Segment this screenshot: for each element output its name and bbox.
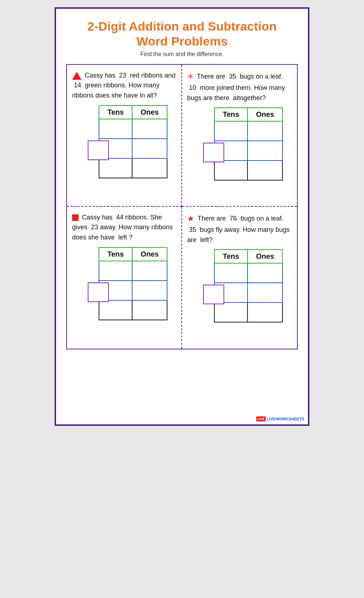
tens-header: Tens [99,106,132,119]
subtitle: Find the sum and the difference. [66,51,298,58]
table-4-outer: Tens Ones [203,249,276,320]
ones-header: Ones [248,108,282,121]
place-value-table-2: Tens Ones [214,107,283,181]
table-1-wrap: Tens Ones [72,105,176,176]
place-value-table-4: Tens Ones [214,249,283,322]
tens-header: Tens [214,108,248,121]
purple-ext-1 [88,140,109,160]
table-3-wrap: Tens Ones [72,247,176,318]
quadrant-1: Cassy has 23 red ribbons and 14 green ri… [67,65,182,207]
ones-header: Ones [248,250,282,263]
cell[interactable] [248,283,282,302]
table-1-outer: Tens Ones [88,105,161,176]
liveworksheets-logo: LIVE LIVEWORKSHEETS [256,416,304,421]
cell[interactable] [248,141,282,161]
cell[interactable] [248,263,282,283]
cell[interactable] [99,158,132,178]
table-4-wrap: Tens Ones [187,249,292,320]
place-value-table-1: Tens Ones [99,105,167,178]
quadrant-grid: Cassy has 23 red ribbons and 14 green ri… [66,64,298,349]
table-2-outer: Tens Ones [203,107,276,178]
purple-ext-4 [203,285,224,304]
logo-badge: LIVE [256,416,266,421]
cell[interactable] [248,302,282,322]
cell[interactable] [99,119,132,139]
purple-ext-2 [203,143,224,162]
quadrant-2: ✳ There are 35 bugs on a leaf. 10 more j… [182,65,297,207]
cell[interactable] [132,139,167,158]
cell[interactable] [132,119,167,139]
purple-ext-3 [88,282,109,302]
logo-text: LIVEWORKSHEETS [267,417,304,421]
tens-header: Tens [99,247,132,261]
title-line1: 2-Digit Addition and Subtraction [66,19,298,34]
problem-2-text: ✳ There are 35 bugs on a leaf. 10 more j… [187,71,292,103]
quadrant-4: ★ There are 76 bugs on a leaf. 35 bugs f… [182,207,297,349]
ones-header: Ones [132,247,167,261]
cell[interactable] [132,261,167,281]
square-icon [72,214,79,221]
cell[interactable] [248,161,282,180]
cell[interactable] [99,300,132,320]
tens-header: Tens [214,250,248,263]
table-3-outer: Tens Ones [88,247,161,318]
cell[interactable] [248,121,282,141]
cell[interactable] [132,281,167,300]
table-2-wrap: Tens Ones [187,107,292,178]
star-icon: ★ [187,213,194,225]
cell[interactable] [99,261,132,281]
cell[interactable] [214,121,248,141]
title-line2: Word Problems [66,34,298,49]
cell[interactable] [214,263,248,283]
cell[interactable] [214,302,248,322]
worksheet-page: 2-Digit Addition and Subtraction Word Pr… [55,7,309,426]
cell[interactable] [132,300,167,320]
cell[interactable] [214,161,248,180]
ones-header: Ones [132,106,167,119]
problem-1-text: Cassy has 23 red ribbons and 14 green ri… [72,71,176,101]
problem-4-text: ★ There are 76 bugs on a leaf. 35 bugs f… [187,213,292,245]
sun-icon: ✳ [187,71,194,83]
place-value-table-3: Tens Ones [99,247,167,320]
quadrant-3: Cassy has 44 ribbons. She gives 23 away.… [67,207,182,349]
triangle-icon [72,72,82,80]
cell[interactable] [132,158,167,178]
header: 2-Digit Addition and Subtraction Word Pr… [66,19,298,58]
problem-3-text: Cassy has 44 ribbons. She gives 23 away.… [72,213,176,243]
